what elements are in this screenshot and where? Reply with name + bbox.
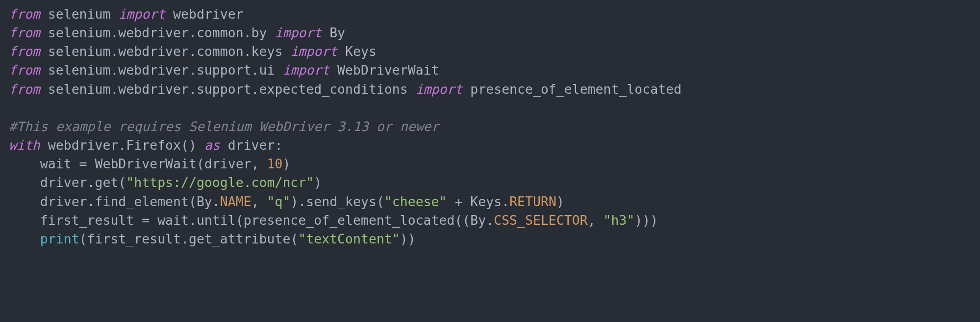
keyword-import: import bbox=[282, 62, 329, 78]
code-line-13: print(first_result.get_attribute("textCo… bbox=[9, 231, 416, 246]
string-literal: "https://google.com/ncr" bbox=[126, 175, 314, 190]
string-literal: "cheese" bbox=[384, 194, 447, 209]
keyword-from: from bbox=[9, 44, 40, 59]
keyword-import: import bbox=[275, 25, 322, 40]
code-line-comment: #This example requires Selenium WebDrive… bbox=[9, 119, 439, 134]
code-line-2: from selenium.webdriver.common.by import… bbox=[9, 25, 345, 40]
keyword-as: as bbox=[204, 137, 220, 153]
number-literal: 10 bbox=[267, 156, 283, 171]
string-literal: "q" bbox=[267, 194, 291, 209]
comment: #This example requires Selenium WebDrive… bbox=[9, 119, 439, 134]
code-line-10: driver.get("https://google.com/ncr") bbox=[9, 175, 322, 190]
code-line-8: with webdriver.Firefox() as driver: bbox=[9, 137, 282, 153]
constant: CSS_SELECTOR bbox=[494, 213, 587, 228]
code-block: from selenium import webdriver from sele… bbox=[0, 0, 980, 253]
keyword-import: import bbox=[118, 6, 165, 22]
constant: RETURN bbox=[509, 194, 556, 209]
constant: NAME bbox=[220, 194, 251, 209]
keyword-from: from bbox=[9, 62, 40, 78]
code-line-12: first_result = wait.until(presence_of_el… bbox=[9, 213, 658, 228]
keyword-with: with bbox=[9, 137, 40, 153]
keyword-from: from bbox=[9, 6, 40, 22]
string-literal: "h3" bbox=[603, 213, 635, 228]
keyword-from: from bbox=[9, 81, 40, 97]
code-line-11: driver.find_element(By.NAME, "q").send_k… bbox=[9, 194, 564, 209]
code-line-4: from selenium.webdriver.support.ui impor… bbox=[9, 62, 439, 78]
code-line-5: from selenium.webdriver.support.expected… bbox=[9, 81, 681, 97]
string-literal: "textContent" bbox=[298, 231, 400, 246]
code-line-3: from selenium.webdriver.common.keys impo… bbox=[9, 44, 377, 59]
builtin-print: print bbox=[40, 231, 79, 246]
keyword-from: from bbox=[9, 25, 40, 40]
keyword-import: import bbox=[416, 81, 463, 97]
keyword-import: import bbox=[290, 44, 337, 59]
code-line-9: wait = WebDriverWait(driver, 10) bbox=[9, 156, 290, 171]
code-line-1: from selenium import webdriver bbox=[9, 6, 244, 22]
